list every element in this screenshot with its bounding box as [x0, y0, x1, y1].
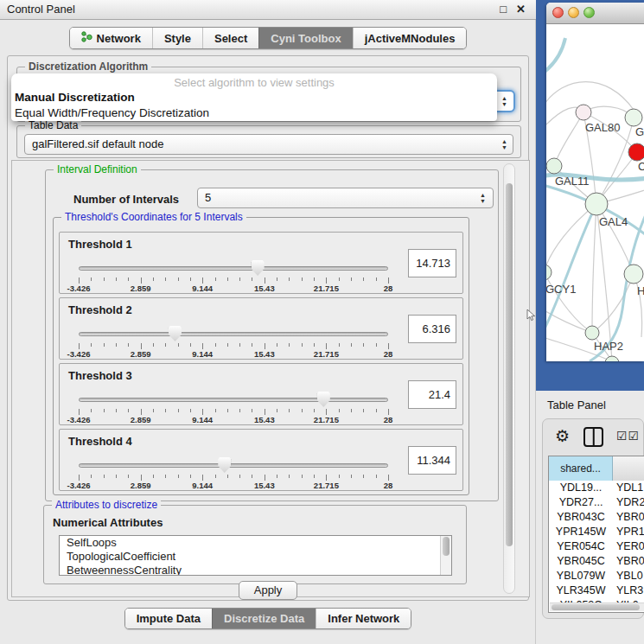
node-gal4[interactable]: [585, 193, 608, 215]
column-header-name[interactable]: na: [613, 456, 644, 481]
scrollbar-thumb[interactable]: [506, 183, 513, 546]
gear-icon[interactable]: ⚙: [555, 426, 570, 446]
tick-mark: [388, 475, 389, 481]
dropdown-option-equal-width-frequency-discretization[interactable]: Equal Width/Frequency Discretization: [11, 105, 497, 121]
numerical-attributes-list[interactable]: SelfLoopsTopologicalCoefficientBetweenne…: [59, 535, 452, 576]
vertical-scrollbar[interactable]: [503, 163, 515, 594]
dropdown-option-manual-discretization[interactable]: Manual Discretization: [11, 90, 497, 105]
tab-network[interactable]: Network: [70, 28, 152, 48]
threshold-value-field[interactable]: 11.344: [408, 446, 456, 475]
checkbox-filter-icons[interactable]: ☑☑: [616, 429, 640, 443]
tick-label: 28: [384, 284, 393, 293]
node-partial[interactable]: [605, 356, 619, 361]
close-traffic-light-icon[interactable]: [552, 7, 564, 18]
tick-label: 15.43: [254, 481, 275, 490]
tick-label: -3.426: [67, 415, 91, 424]
node-gcy1[interactable]: [546, 265, 552, 280]
algorithm-group-title: Discretization Algorithm: [25, 61, 151, 73]
slider-thumb[interactable]: [252, 260, 265, 276]
threshold-value-field[interactable]: 14.713: [408, 249, 456, 277]
node-c[interactable]: [628, 143, 644, 161]
float-window-icon[interactable]: □: [500, 3, 507, 16]
tick-mark: [153, 475, 154, 478]
tick-mark: [91, 343, 92, 347]
close-icon[interactable]: ✕: [516, 3, 526, 16]
list-scrollbar-thumb[interactable]: [443, 537, 450, 556]
tick-mark: [265, 277, 265, 284]
node-h[interactable]: [624, 265, 643, 284]
threshold-value-field[interactable]: 21.4: [408, 380, 456, 409]
threshold-slider[interactable]: [79, 456, 388, 475]
tick-label: -3.426: [67, 284, 91, 293]
network-canvas[interactable]: GAL80GACGAL11GAL4GCY1HHAP2: [546, 24, 644, 361]
tick-mark: [239, 409, 240, 412]
tab-cyni-toolbox[interactable]: Cyni Toolbox: [258, 28, 352, 48]
table-row[interactable]: YLR345WYLR3: [549, 583, 644, 598]
tick-mark: [178, 409, 179, 412]
tab-infer-network[interactable]: Infer Network: [316, 609, 411, 628]
tick-mark: [388, 343, 389, 349]
list-vertical-scrollbar[interactable]: [440, 536, 451, 575]
threshold-slider[interactable]: [79, 324, 388, 343]
slider-track: [79, 266, 388, 271]
table-row[interactable]: YPR145WYPR1: [549, 525, 644, 539]
tick-mark: [252, 475, 252, 478]
network-view-background: GAL80GACGAL11GAL4GCY1HHAP2: [536, 0, 644, 391]
columns-layout-icon[interactable]: [583, 427, 603, 447]
table-row[interactable]: YBL079WYBL0: [549, 569, 644, 583]
tick-mark: [302, 409, 303, 412]
slider-tick-labels: -3.4262.8599.14415.4321.71528: [79, 349, 388, 359]
node-table[interactable]: shared...na YDL19...YDL1YDR27...YDR2YBR0…: [548, 456, 644, 613]
tick-mark: [302, 343, 303, 347]
node-gal11[interactable]: [546, 158, 562, 174]
threshold-slider[interactable]: [79, 390, 388, 409]
attribute-item-topologicalcoefficient[interactable]: TopologicalCoefficient: [60, 550, 451, 564]
tick-mark: [277, 277, 277, 281]
table-row[interactable]: YER054CYER0: [549, 539, 644, 554]
threshold-value-field[interactable]: 6.316: [408, 315, 456, 343]
tick-mark: [141, 343, 142, 349]
tab-jactivemnodules[interactable]: jActiveMNodules: [353, 28, 467, 48]
tab-style[interactable]: Style: [152, 28, 202, 48]
apply-button[interactable]: Apply: [239, 581, 297, 600]
slider-thumb[interactable]: [169, 326, 182, 341]
table-header-row: shared...na: [549, 456, 644, 481]
network-window-titlebar: [546, 3, 644, 24]
tick-mark: [227, 277, 228, 281]
node-label: GAL80: [585, 121, 620, 134]
node-ga[interactable]: [625, 109, 642, 126]
attribute-item-selfloops[interactable]: SelfLoops: [60, 536, 451, 550]
node-hap2[interactable]: [585, 326, 599, 340]
tick-mark: [277, 475, 277, 478]
tick-mark: [104, 277, 105, 281]
tab-impute-data[interactable]: Impute Data: [125, 609, 212, 628]
threshold-label: Threshold 1: [68, 238, 132, 251]
column-header-shared-name[interactable]: shared...: [549, 456, 613, 481]
attributes-group-title: Attributes to discretize: [52, 499, 161, 512]
zoom-traffic-light-icon[interactable]: [583, 7, 595, 18]
tab-select[interactable]: Select: [202, 28, 258, 48]
tick-label: 21.715: [314, 349, 339, 359]
table-row[interactable]: YBR043CYBR0: [549, 510, 644, 525]
table-data-combobox[interactable]: galFiltered.sif default node: [24, 134, 513, 155]
table-horizontal-scrollbar[interactable]: [550, 603, 644, 611]
slider-thumb[interactable]: [218, 457, 231, 473]
table-row[interactable]: YDR27...YDR2: [549, 495, 644, 510]
threshold-slider[interactable]: [79, 258, 388, 277]
network-graph: GAL80GACGAL11GAL4GCY1HHAP2: [546, 24, 644, 361]
tick-mark: [227, 475, 228, 478]
network-window[interactable]: GAL80GACGAL11GAL4GCY1HHAP2: [546, 3, 644, 361]
tab-discretize-data[interactable]: Discretize Data: [212, 609, 316, 628]
tick-label: 28: [384, 481, 393, 490]
node-gal80[interactable]: [576, 105, 591, 120]
attribute-item-betweennesscentrality[interactable]: BetweennessCentrality: [60, 564, 451, 576]
tick-mark: [339, 343, 340, 347]
table-row[interactable]: YBR045CYBR0: [549, 554, 644, 569]
slider-thumb[interactable]: [317, 392, 330, 407]
table-scrollbar-thumb[interactable]: [552, 604, 640, 610]
minimize-traffic-light-icon[interactable]: [568, 7, 579, 18]
table-row[interactable]: YDL19...YDL1: [549, 481, 644, 495]
number-of-intervals-combobox[interactable]: 5: [197, 188, 494, 208]
cell-shared-name: YBL079W: [549, 569, 613, 583]
cell-shared-name: YDR27...: [549, 495, 613, 510]
